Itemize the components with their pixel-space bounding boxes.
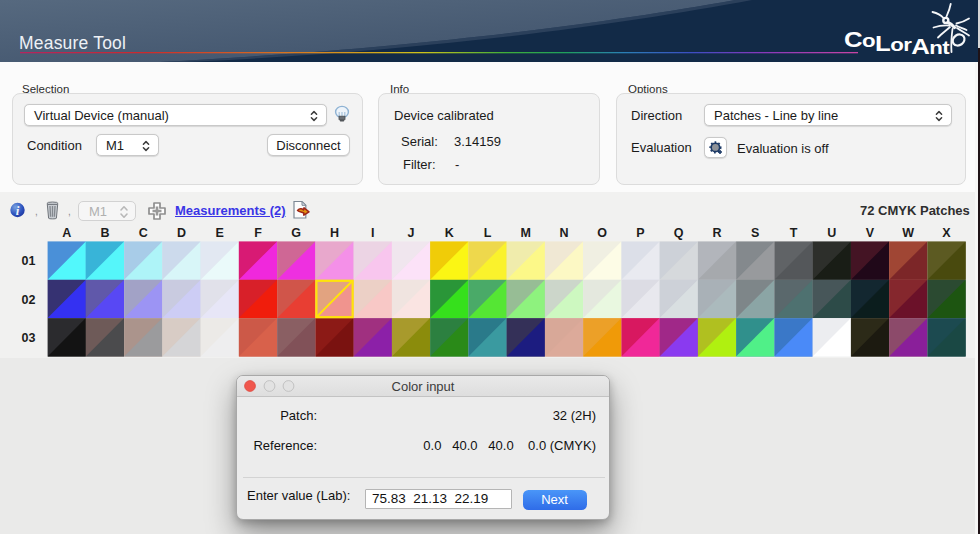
svg-text:M: M [520, 226, 530, 240]
svg-text:H: H [330, 226, 339, 240]
svg-text:W: W [902, 226, 914, 240]
svg-text:S: S [751, 226, 759, 240]
svg-text:X: X [942, 226, 951, 240]
svg-text:C: C [139, 226, 148, 240]
svg-text:A: A [62, 226, 71, 240]
svg-text:I: I [371, 226, 374, 240]
svg-text:E: E [216, 226, 224, 240]
svg-text:U: U [827, 226, 836, 240]
svg-text:J: J [408, 226, 415, 240]
svg-text:P: P [636, 226, 644, 240]
svg-text:03: 03 [22, 331, 36, 345]
svg-text:D: D [177, 226, 186, 240]
svg-text:T: T [790, 226, 798, 240]
svg-text:V: V [866, 226, 875, 240]
svg-text:O: O [597, 226, 607, 240]
svg-text:Q: Q [674, 226, 684, 240]
svg-text:01: 01 [22, 254, 36, 268]
svg-text:R: R [712, 226, 721, 240]
svg-text:K: K [445, 226, 454, 240]
svg-text:G: G [291, 226, 301, 240]
svg-text:L: L [484, 226, 492, 240]
svg-text:N: N [559, 226, 568, 240]
svg-text:02: 02 [22, 293, 36, 307]
svg-text:F: F [254, 226, 262, 240]
svg-text:B: B [100, 226, 109, 240]
